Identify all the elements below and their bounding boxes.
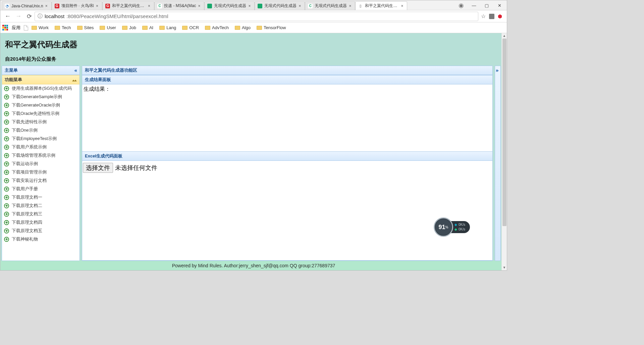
bookmark-folder[interactable]: TensorFlow xyxy=(257,25,286,30)
nav-reload-icon[interactable]: ⟳ xyxy=(24,13,35,20)
bookmark-label: Work xyxy=(39,25,49,30)
browser-tab[interactable]: C无垠式代码生成器× xyxy=(305,1,355,10)
folder-icon xyxy=(32,26,37,30)
menu-item[interactable]: 使用生成器脚本(SGS)生成代码 xyxy=(2,84,79,93)
user-avatar-icon[interactable]: ◉ xyxy=(457,2,465,9)
menu-item[interactable]: 下载用户手册 xyxy=(2,185,79,193)
window-maximize-icon[interactable]: ▢ xyxy=(483,3,491,8)
window-minimize-icon[interactable]: — xyxy=(470,3,478,8)
menu-group-title: 功能菜单 xyxy=(5,77,22,83)
bookmark-page-icon[interactable] xyxy=(24,25,28,30)
excel-panel: Excel生成代码面板 选择文件 未选择任何文件 xyxy=(82,152,492,261)
bookmark-label: Tech xyxy=(62,25,71,30)
menu-item-label: 下载安装运行文档 xyxy=(12,178,47,184)
menu-group-header[interactable]: 功能菜单 xyxy=(2,75,79,84)
bookmark-folder[interactable]: Algo xyxy=(235,25,251,30)
right-panel-collapsed[interactable] xyxy=(495,66,501,261)
plus-icon xyxy=(4,153,9,158)
collapse-group-icon[interactable] xyxy=(72,77,77,82)
menu-item[interactable]: 下载原理文档二 xyxy=(2,202,79,210)
bookmark-folder[interactable]: AI xyxy=(142,25,153,30)
tab-close-icon[interactable]: × xyxy=(198,4,201,8)
bookmark-folder[interactable]: AdvTech xyxy=(205,25,229,30)
tab-close-icon[interactable]: × xyxy=(45,4,49,8)
menu-item[interactable]: 下载原理文档五 xyxy=(2,227,79,235)
page-subtitle: 自2014年起为公众服务 xyxy=(5,56,502,62)
bookmark-folder[interactable]: OCR xyxy=(182,25,199,30)
address-bar: ← → ⟳ ⓘ localhost:8080/PeaceWingSMEU/htm… xyxy=(0,10,507,22)
tab-close-icon[interactable]: × xyxy=(401,4,404,8)
bookmark-folder[interactable]: Tech xyxy=(55,25,71,30)
apps-icon[interactable] xyxy=(2,25,8,31)
plus-icon xyxy=(4,212,9,217)
bookmark-label: Sites xyxy=(84,25,94,30)
extension-shield-icon[interactable]: ⬢ xyxy=(498,13,502,19)
menu-item[interactable]: 下载One示例 xyxy=(2,126,79,135)
tab-close-icon[interactable]: × xyxy=(96,4,99,8)
tab-close-icon[interactable]: × xyxy=(299,4,302,8)
menu-item[interactable]: 下载场馆管理系统示例 xyxy=(2,151,79,160)
addrbar-actions: ☆ ⬢ xyxy=(478,13,505,19)
tab-close-icon[interactable]: × xyxy=(248,4,252,8)
scroll-down-icon[interactable]: ▼ xyxy=(502,265,507,270)
bookmark-folder[interactable]: Sites xyxy=(77,25,94,30)
menu-item-label: 下载GenerateSample示例 xyxy=(12,94,62,100)
menu-item[interactable]: 下载项目管理示例 xyxy=(2,168,79,177)
folder-icon xyxy=(100,26,105,30)
bookmark-star-icon[interactable]: ☆ xyxy=(481,13,486,19)
url-input[interactable]: ⓘ localhost:8080/PeaceWingSMEU/html/pars… xyxy=(35,12,478,21)
folder-icon xyxy=(77,26,83,30)
menu-item[interactable]: 下载安装运行文档 xyxy=(2,177,79,185)
scroll-thumb[interactable] xyxy=(502,39,506,226)
browser-tab[interactable]: 无垠式代码生成器× xyxy=(204,1,255,10)
tab-title: 和平之翼代码生成器 xyxy=(365,3,399,9)
menu-item[interactable]: 下载原理文档三 xyxy=(2,210,79,218)
tab-close-icon[interactable]: × xyxy=(349,4,352,8)
bookmark-folder[interactable]: Lang xyxy=(159,25,176,30)
menu-item[interactable]: 下载GenerateSample示例 xyxy=(2,93,79,101)
menu-item[interactable]: 下载用户系统示例 xyxy=(2,143,79,151)
window-close-icon[interactable]: ✕ xyxy=(495,3,503,8)
collapse-left-icon[interactable] xyxy=(73,68,77,73)
page-scrollbar[interactable]: ▲ ▼ xyxy=(501,33,507,270)
plus-icon xyxy=(4,128,9,133)
extension-icon[interactable] xyxy=(489,14,494,19)
menu-item[interactable]: 下载原理文档四 xyxy=(2,218,79,227)
menu-item[interactable]: 下载原理文档一 xyxy=(2,193,79,202)
browser-tab[interactable]: G项目附件 · 火鸟/和× xyxy=(52,1,102,10)
scroll-up-icon[interactable]: ▲ xyxy=(502,33,507,39)
menu-item[interactable]: 下载神秘礼物 xyxy=(2,235,79,244)
network-speed-widget[interactable]: 91% ◆0K/s ◆0K/s xyxy=(434,217,470,237)
menu-item-label: 下载One示例 xyxy=(12,127,38,133)
bookmark-label: Lang xyxy=(166,25,176,30)
browser-tab[interactable]: G和平之翼代码生成器× xyxy=(102,1,154,10)
menu-item[interactable]: 下载EmployeeTest示例 xyxy=(2,135,79,143)
result-label: 生成结果： xyxy=(84,86,110,92)
browser-tab[interactable]: C投递 - MS&A(Mac× xyxy=(154,1,204,10)
expand-right-icon[interactable] xyxy=(496,68,499,73)
plus-icon xyxy=(4,195,9,200)
menu-item[interactable]: 下载运动示例 xyxy=(2,160,79,168)
choose-file-button[interactable]: 选择文件 xyxy=(83,163,113,173)
menu-item[interactable]: 下载先进特性示例 xyxy=(2,118,79,126)
apps-label[interactable]: 应用 xyxy=(12,25,20,31)
bookmark-folder[interactable]: Work xyxy=(32,25,49,30)
browser-tab[interactable]: 无垠式代码生成器× xyxy=(255,1,305,10)
site-info-icon[interactable]: ⓘ xyxy=(38,13,43,19)
tab-close-icon[interactable]: × xyxy=(148,4,151,8)
menu-item-label: 下载GenerateOracle示例 xyxy=(12,102,60,108)
file-status: 未选择任何文件 xyxy=(115,164,157,172)
plus-icon xyxy=(4,170,9,175)
bookmark-folder[interactable]: Job xyxy=(122,25,136,30)
nav-forward-icon[interactable]: → xyxy=(13,13,24,20)
bookmark-folder[interactable]: User xyxy=(100,25,116,30)
menu-item[interactable]: 下载Oracle先进特性示例 xyxy=(2,110,79,118)
browser-tab[interactable]: ◔Java-ChinaUnix.n× xyxy=(2,1,52,10)
bookmark-label: Algo xyxy=(242,25,251,30)
browser-tab[interactable]: ▯和平之翼代码生成器× xyxy=(355,1,407,10)
folder-icon xyxy=(142,26,148,30)
menu-item-label: 下载原理文档五 xyxy=(12,228,42,234)
nav-back-icon[interactable]: ← xyxy=(2,13,13,20)
gauge-circle: 91% xyxy=(434,217,453,237)
menu-item[interactable]: 下载GenerateOracle示例 xyxy=(2,101,79,110)
